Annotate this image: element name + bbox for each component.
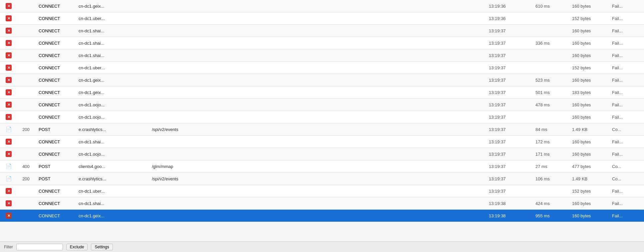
cell-host: cn-dc1.oojo... (76, 102, 149, 107)
table-row[interactable]: ✕CONNECTcn-dc1.shai...13:19:37172 ms160 … (0, 136, 644, 148)
document-icon: 📄 (6, 126, 12, 132)
cell-duration: 336 ms (533, 41, 569, 46)
cell-result: Co... (609, 127, 643, 132)
cell-host: cn-dc1.uber... (76, 189, 149, 194)
cell-duration: 523 ms (533, 78, 569, 83)
cell-method: CONNECT (36, 4, 76, 9)
row-icon: ✕ (1, 28, 16, 34)
cell-time: 13:19:37 (486, 41, 533, 46)
cell-method: CONNECT (36, 213, 76, 218)
row-icon: ✕ (1, 40, 16, 46)
table-row[interactable]: ✕CONNECTcn-dc1.oojo...13:19:37171 ms160 … (0, 148, 644, 160)
table-row[interactable]: ✕CONNECTcn-dc1.oojo...13:19:37478 ms160 … (0, 99, 644, 111)
cell-size: 1.49 KB (569, 176, 609, 181)
cell-size: 152 bytes (569, 65, 609, 70)
cell-result: Fail... (609, 102, 643, 107)
cell-duration: 478 ms (533, 102, 569, 107)
cell-time: 13:19:37 (486, 65, 533, 70)
cell-host: cn-dc1.shai... (76, 28, 149, 33)
row-icon: ✕ (1, 213, 16, 219)
cell-method: POST (36, 176, 76, 181)
cell-host: cn-dc1.shai... (76, 53, 149, 58)
table-row[interactable]: ✕CONNECTcn-dc1.shai...13:19:37336 ms160 … (0, 37, 644, 49)
cell-time: 13:19:37 (486, 28, 533, 33)
cell-path: /glm/mmap (149, 164, 486, 169)
error-x-icon: ✕ (6, 28, 12, 34)
error-x-icon: ✕ (6, 151, 12, 157)
table-row[interactable]: 📄200POSTe.crashlytics.../spi/v2/events13… (0, 173, 644, 185)
cell-time: 13:19:38 (486, 201, 533, 206)
cell-time: 13:19:37 (486, 53, 533, 58)
row-icon: ✕ (1, 77, 16, 83)
cell-host: clients4.goo... (76, 164, 149, 169)
error-x-icon: ✕ (6, 15, 12, 21)
cell-host: cn-dc1.shai... (76, 41, 149, 46)
error-x-icon: ✕ (6, 3, 12, 9)
settings-button[interactable]: Settings (91, 244, 113, 250)
table-row[interactable]: ✕CONNECTcn-dc1.shai...13:19:37160 bytesF… (0, 49, 644, 62)
cell-method: POST (36, 127, 76, 132)
cell-method: POST (36, 164, 76, 169)
cell-method: CONNECT (36, 139, 76, 144)
cell-time: 13:19:36 (486, 16, 533, 21)
cell-result: Fail... (609, 139, 643, 144)
filter-input[interactable] (16, 244, 63, 250)
cell-method: CONNECT (36, 90, 76, 95)
error-x-icon: ✕ (6, 114, 12, 120)
cell-method: CONNECT (36, 201, 76, 206)
cell-time: 13:19:37 (486, 90, 533, 95)
cell-host: cn-dc1.geix... (76, 90, 149, 95)
cell-time: 13:19:37 (486, 78, 533, 83)
cell-size: 1.49 KB (569, 127, 609, 132)
cell-method: CONNECT (36, 115, 76, 120)
table-row[interactable]: ✕CONNECTcn-dc1.geix...13:19:38955 ms160 … (0, 210, 644, 222)
document-icon: 📄 (6, 176, 12, 182)
cell-size: 152 bytes (569, 16, 609, 21)
cell-result: Fail... (609, 152, 643, 157)
cell-method: CONNECT (36, 189, 76, 194)
cell-result: Fail... (609, 78, 643, 83)
table-row[interactable]: 📄400POSTclients4.goo.../glm/mmap13:19:37… (0, 160, 644, 173)
table-row[interactable]: ✕CONNECTcn-dc1.geix...13:19:37523 ms160 … (0, 74, 644, 86)
table-row[interactable]: ✕CONNECTcn-dc1.uber...13:19:37152 bytesF… (0, 62, 644, 74)
cell-result: Fail... (609, 65, 643, 70)
cell-host: cn-dc1.oojo... (76, 152, 149, 157)
table-row[interactable]: ✕CONNECTcn-dc1.shai...13:19:38424 ms160 … (0, 197, 644, 210)
error-x-icon: ✕ (6, 77, 12, 83)
row-icon: ✕ (1, 3, 16, 9)
cell-host: cn-dc1.geix... (76, 213, 149, 218)
table-row[interactable]: ✕CONNECTcn-dc1.geix...13:19:37501 ms183 … (0, 86, 644, 99)
table-row[interactable]: ✕CONNECTcn-dc1.uber...13:19:37152 bytesF… (0, 185, 644, 197)
table-row[interactable]: 📄200POSTe.crashlytics.../spi/v2/events13… (0, 123, 644, 136)
row-icon: ✕ (1, 114, 16, 120)
exclude-button[interactable]: Exclude (66, 244, 88, 250)
cell-duration: 27 ms (533, 164, 569, 169)
error-x-icon: ✕ (6, 102, 12, 108)
cell-result: Co... (609, 176, 643, 181)
cell-status: 400 (16, 164, 36, 169)
table-row[interactable]: ✕CONNECTcn-dc1.shai...13:19:37160 bytesF… (0, 25, 644, 37)
row-icon: ✕ (1, 89, 16, 95)
table-row[interactable]: ✕CONNECTcn-dc1.oojo...13:19:37160 bytesF… (0, 111, 644, 123)
cell-status: 200 (16, 176, 36, 181)
cell-method: CONNECT (36, 28, 76, 33)
error-document-icon: 📄 (6, 163, 12, 169)
cell-host: cn-dc1.shai... (76, 139, 149, 144)
cell-result: Fail... (609, 41, 643, 46)
cell-duration: 955 ms (533, 213, 569, 218)
cell-host: cn-dc1.shai... (76, 201, 149, 206)
cell-size: 160 bytes (569, 115, 609, 120)
cell-result: Fail... (609, 90, 643, 95)
error-x-icon: ✕ (6, 188, 12, 194)
table-row[interactable]: ✕CONNECTcn-dc1.uber...13:19:36152 bytesF… (0, 12, 644, 25)
cell-method: CONNECT (36, 16, 76, 21)
cell-result: Co... (609, 164, 643, 169)
cell-duration: 172 ms (533, 139, 569, 144)
cell-size: 160 bytes (569, 41, 609, 46)
cell-size: 160 bytes (569, 102, 609, 107)
row-icon: ✕ (1, 139, 16, 145)
cell-result: Fail... (609, 213, 643, 218)
cell-result: Fail... (609, 16, 643, 21)
cell-path: /spi/v2/events (149, 176, 486, 181)
table-row[interactable]: ✕CONNECTcn-dc1.geix...13:19:36610 ms160 … (0, 0, 644, 12)
